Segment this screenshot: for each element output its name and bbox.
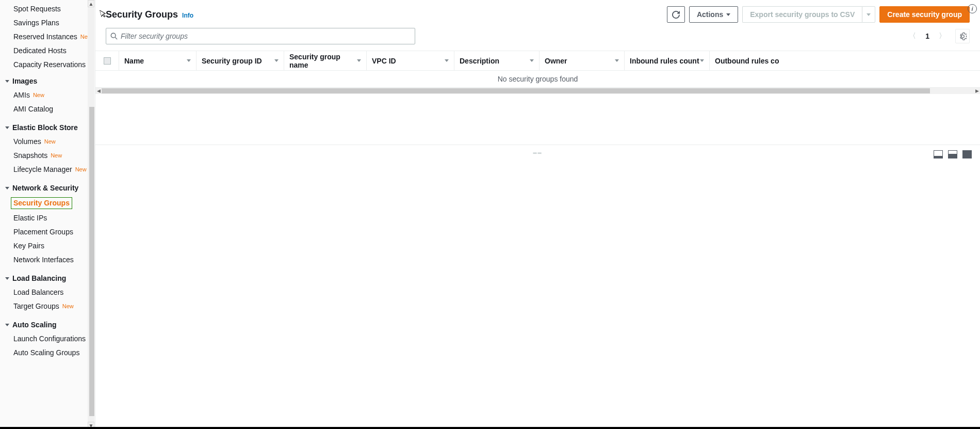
column-name[interactable]: Name bbox=[119, 51, 197, 70]
sidebar-section-title: Network & Security bbox=[12, 184, 78, 192]
sidebar-item-label: Load Balancers bbox=[13, 288, 63, 297]
scrollbar-thumb[interactable] bbox=[102, 88, 930, 93]
chevron-down-icon bbox=[726, 13, 730, 16]
sidebar-item-label: Snapshots bbox=[13, 151, 47, 161]
sidebar-item[interactable]: AMIsNew bbox=[0, 88, 95, 102]
main-content: Security Groups Info Actions Export secu… bbox=[95, 0, 980, 429]
sidebar-item[interactable]: Savings Plans bbox=[0, 16, 95, 30]
panel-size-full-button[interactable] bbox=[962, 150, 972, 158]
details-panel: ══ bbox=[95, 145, 980, 429]
bottom-bar bbox=[0, 427, 980, 429]
sidebar-section-header[interactable]: Images bbox=[0, 74, 95, 88]
column-description[interactable]: Description bbox=[454, 51, 540, 70]
panel-size-medium-button[interactable] bbox=[948, 150, 957, 158]
scroll-up-icon[interactable]: ▲ bbox=[88, 0, 94, 7]
refresh-button[interactable] bbox=[667, 6, 685, 23]
chevron-down-icon bbox=[5, 187, 9, 189]
sidebar-item-active[interactable]: Security Groups bbox=[0, 195, 95, 211]
column-security-group-id[interactable]: Security group ID bbox=[197, 51, 284, 70]
sidebar-item-label: Volumes bbox=[13, 137, 41, 147]
column-vpc-id[interactable]: VPC ID bbox=[367, 51, 454, 70]
settings-button[interactable] bbox=[955, 29, 970, 43]
column-outbound-rules[interactable]: Outbound rules co bbox=[710, 51, 792, 70]
select-all-header[interactable] bbox=[95, 51, 119, 70]
sidebar-item[interactable]: VolumesNew bbox=[0, 135, 95, 149]
export-label: Export security groups to CSV bbox=[750, 10, 855, 19]
chevron-down-icon bbox=[5, 80, 9, 83]
refresh-icon bbox=[672, 11, 680, 19]
export-csv-dropdown[interactable] bbox=[862, 6, 875, 23]
sidebar-section-title: Auto Scaling bbox=[12, 321, 57, 329]
scroll-left-icon[interactable]: ◀ bbox=[95, 88, 102, 93]
sidebar-item[interactable]: Dedicated Hosts bbox=[0, 44, 95, 58]
sidebar-item-label: AMIs bbox=[13, 90, 30, 100]
sidebar-item-label: Security Groups bbox=[11, 197, 72, 209]
sidebar-item-label: Elastic IPs bbox=[13, 213, 47, 223]
sidebar-item[interactable]: Network Interfaces bbox=[0, 253, 95, 267]
sort-icon bbox=[274, 59, 279, 62]
scrollbar-thumb[interactable] bbox=[89, 107, 94, 416]
sidebar-item[interactable]: Lifecycle ManagerNew bbox=[0, 163, 95, 177]
filter-input[interactable] bbox=[121, 32, 411, 40]
gear-icon bbox=[959, 33, 967, 40]
prev-page-button[interactable]: 〈 bbox=[907, 30, 918, 42]
sidebar-section-title: Load Balancing bbox=[12, 274, 66, 282]
sidebar-item[interactable]: Placement Groups bbox=[0, 225, 95, 239]
sidebar-item[interactable]: Spot Requests bbox=[0, 2, 95, 16]
sidebar-item[interactable]: Elastic IPs bbox=[0, 211, 95, 225]
column-label: Outbound rules co bbox=[715, 57, 779, 65]
table-header: Name Security group ID Security group na… bbox=[95, 51, 980, 71]
chevron-down-icon bbox=[867, 13, 871, 16]
sidebar-item-label: Capacity Reservations bbox=[13, 60, 86, 70]
sidebar-item-label: Network Interfaces bbox=[13, 255, 74, 265]
sidebar-section-header[interactable]: Network & Security bbox=[0, 181, 95, 195]
svg-line-1 bbox=[115, 37, 117, 39]
sidebar-item[interactable]: SnapshotsNew bbox=[0, 149, 95, 163]
panel-size-small-button[interactable] bbox=[934, 150, 943, 158]
sidebar-item[interactable]: Target GroupsNew bbox=[0, 299, 95, 313]
column-owner[interactable]: Owner bbox=[540, 51, 625, 70]
sidebar-item-label: Dedicated Hosts bbox=[13, 46, 67, 56]
sidebar-item-label: AMI Catalog bbox=[13, 104, 53, 114]
sidebar-section-header[interactable]: Elastic Block Store bbox=[0, 120, 95, 135]
chevron-down-icon bbox=[5, 126, 9, 129]
empty-state: No security groups found bbox=[95, 71, 980, 88]
export-csv-button[interactable]: Export security groups to CSV bbox=[742, 6, 862, 23]
sort-icon bbox=[187, 59, 191, 62]
sidebar-item-label: Launch Configurations bbox=[13, 334, 86, 344]
sidebar-item[interactable]: AMI Catalog bbox=[0, 102, 95, 116]
page-title: Security Groups bbox=[106, 9, 178, 20]
create-label: Create security group bbox=[887, 10, 962, 19]
create-security-group-button[interactable]: Create security group bbox=[879, 6, 970, 23]
actions-button[interactable]: Actions bbox=[689, 6, 738, 23]
next-page-button[interactable]: 〉 bbox=[937, 30, 948, 42]
svg-point-0 bbox=[111, 33, 116, 38]
filter-box[interactable] bbox=[106, 28, 415, 44]
sidebar-item[interactable]: Load Balancers bbox=[0, 285, 95, 299]
sidebar-section-header[interactable]: Load Balancing bbox=[0, 271, 95, 285]
scrollbar-track[interactable] bbox=[88, 7, 94, 422]
splitter-handle[interactable]: ══ bbox=[533, 150, 542, 156]
sidebar-item[interactable]: Launch Configurations bbox=[0, 332, 95, 346]
horizontal-scrollbar[interactable]: ◀ ▶ bbox=[95, 88, 980, 94]
new-badge: New bbox=[44, 137, 56, 147]
sidebar-section-header[interactable]: Auto Scaling bbox=[0, 317, 95, 332]
column-inbound-rules[interactable]: Inbound rules count bbox=[625, 51, 710, 70]
sidebar-item[interactable]: Auto Scaling Groups bbox=[0, 346, 95, 360]
info-icon: i bbox=[971, 6, 973, 12]
scroll-right-icon[interactable]: ▶ bbox=[974, 88, 980, 93]
page-number: 1 bbox=[925, 32, 929, 40]
help-button[interactable]: i bbox=[968, 4, 977, 13]
sidebar-section-title: Elastic Block Store bbox=[12, 123, 78, 132]
sidebar-item[interactable]: Capacity Reservations bbox=[0, 58, 95, 72]
new-badge: New bbox=[75, 165, 87, 174]
actions-label: Actions bbox=[697, 10, 723, 19]
sidebar-item[interactable]: Key Pairs bbox=[0, 239, 95, 253]
column-security-group-name[interactable]: Security group name bbox=[284, 51, 367, 70]
chevron-down-icon bbox=[5, 277, 9, 280]
checkbox-icon[interactable] bbox=[104, 57, 111, 65]
sidebar-item[interactable]: Reserved InstancesNew bbox=[0, 30, 95, 44]
info-link[interactable]: Info bbox=[182, 12, 193, 19]
new-badge: New bbox=[33, 90, 44, 100]
sidebar-item-label: Target Groups bbox=[13, 301, 59, 311]
